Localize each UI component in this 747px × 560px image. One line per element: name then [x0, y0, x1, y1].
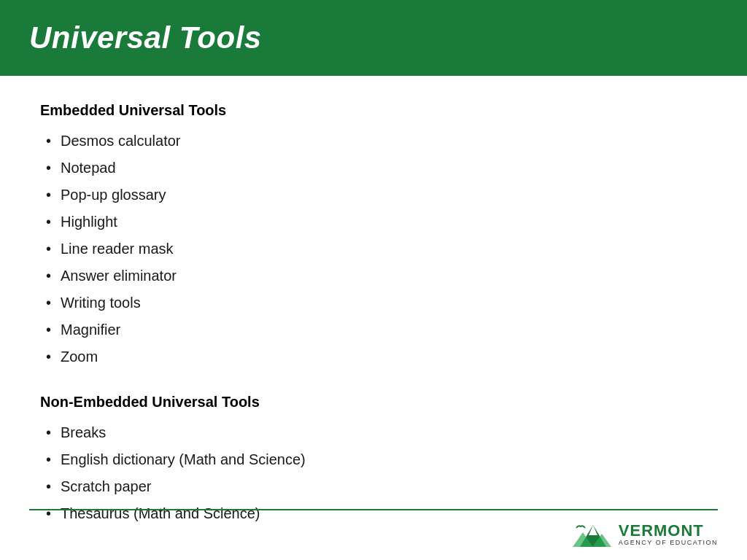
list-item: Notepad	[40, 155, 707, 182]
embedded-section-heading: Embedded Universal Tools	[40, 102, 707, 119]
vermont-logo: VERMONT AGENCY OF EDUCATION	[573, 519, 718, 550]
footer-divider	[29, 509, 718, 510]
list-item: Highlight	[40, 209, 707, 236]
list-item: Writing tools	[40, 289, 707, 316]
footer: VERMONT AGENCY OF EDUCATION	[0, 509, 747, 560]
non-embedded-section: Non-Embedded Universal Tools Breaks Engl…	[40, 394, 707, 527]
list-item: Line reader mask	[40, 236, 707, 262]
list-item: Desmos calculator	[40, 128, 707, 155]
list-item: Zoom	[40, 343, 707, 370]
content-area: Embedded Universal Tools Desmos calculat…	[0, 76, 747, 560]
list-item: English dictionary (Math and Science)	[40, 446, 707, 473]
header-banner: Universal Tools	[0, 0, 747, 76]
list-item: Breaks	[40, 419, 707, 446]
list-item: Scratch paper	[40, 473, 707, 500]
mountain-icon	[573, 519, 613, 550]
page-title: Universal Tools	[29, 20, 718, 55]
list-item: Answer eliminator	[40, 262, 707, 289]
logo-text-block: VERMONT AGENCY OF EDUCATION	[619, 522, 718, 547]
logo-vermont-text: VERMONT	[619, 522, 718, 540]
logo-agency-text: AGENCY OF EDUCATION	[619, 540, 718, 547]
list-item: Pop-up glossary	[40, 182, 707, 209]
svg-marker-3	[589, 525, 597, 535]
list-item: Magnifier	[40, 316, 707, 343]
non-embedded-section-heading: Non-Embedded Universal Tools	[40, 394, 707, 411]
embedded-tools-list: Desmos calculator Notepad Pop-up glossar…	[40, 128, 707, 370]
slide-container: Universal Tools Embedded Universal Tools…	[0, 0, 747, 560]
